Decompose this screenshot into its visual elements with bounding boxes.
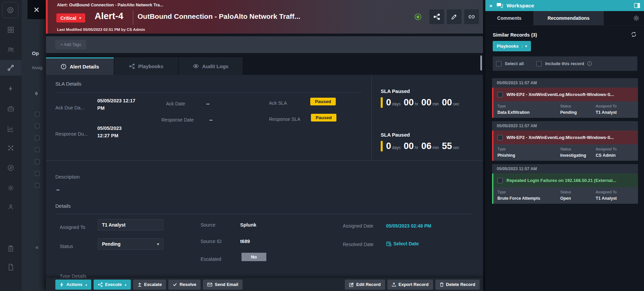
workspace-sidebar: » Workspace Comments Recommendations Sim… (485, 0, 644, 291)
record-title[interactable]: WIN-EP2 - XmlWinEventLog:Microsoft-Windo… (506, 92, 614, 97)
caret-up-icon: ▴ (125, 283, 126, 286)
background-page: Op Assig 6 « (21, 0, 46, 291)
tab-label: Playbooks (138, 63, 163, 69)
record-checkbox[interactable] (497, 135, 503, 140)
ack-due-date-label: Ack Due Da... (55, 105, 84, 110)
connections-icon[interactable] (0, 60, 21, 76)
export-record-button[interactable]: Export Record (387, 280, 433, 290)
record-type: Data Exfiltration (497, 110, 530, 115)
similar-records-heading: Similar Records (3) (493, 32, 537, 38)
resolved-date-select[interactable]: Select Date (386, 241, 419, 246)
chart-icon[interactable] (0, 121, 21, 137)
assigned-to-input[interactable]: T1 Analyst (98, 219, 163, 231)
background-label-fragment: Assig (32, 65, 43, 70)
dashboard-icon[interactable] (0, 22, 21, 38)
escalate-button[interactable]: Escalate (133, 280, 166, 290)
similar-records-list: 05/05/2023 11:57 AM WIN-EP2 - XmlWinEven… (492, 78, 638, 207)
record-assigned: T1 Analyst (596, 110, 617, 115)
record-status: Investigating (560, 153, 586, 158)
tab-audit-logs[interactable]: Audit Logs (179, 57, 243, 75)
apps-grid-icon[interactable] (0, 140, 21, 156)
assigned-date-value[interactable]: 05/05/2023 02:48 PM (386, 223, 431, 229)
workspace-tabs: Comments Recommendations (485, 11, 644, 26)
tab-recommendations[interactable]: Recommendations (533, 11, 604, 25)
background-count-fragment: 6 (35, 91, 38, 96)
status-select[interactable]: Pending ▾ (98, 238, 163, 250)
description-heading: Description (55, 174, 80, 180)
response-due-date-label: Response Du... (55, 131, 88, 137)
source-label: Source (201, 222, 215, 228)
similar-record-card[interactable]: 05/05/2023 11:57 AM Repeated Login Failu… (492, 164, 638, 204)
resolve-button[interactable]: Resolve (168, 280, 201, 290)
edit-record-button[interactable]: Edit Record (345, 280, 385, 290)
clipboard-icon[interactable] (0, 241, 21, 256)
sla-section-heading: SLA Details (55, 81, 82, 87)
details-section-heading: Details (55, 203, 71, 209)
select-all-label: Select all (505, 61, 524, 66)
record-timestamp: 05/05/2023 11:57 AM (492, 78, 638, 88)
include-record-checkbox[interactable] (536, 61, 542, 66)
background-checkbox (35, 159, 40, 164)
caret-down-icon: ▾ (79, 16, 81, 20)
link-button[interactable] (464, 9, 479, 24)
record-checkbox[interactable] (497, 92, 503, 97)
workspace-header: » Workspace (485, 0, 644, 11)
alert-details-content: SLA Details Ack Due Da... 05/05/2023 12:… (46, 75, 483, 278)
tab-label: Audit Logs (202, 63, 228, 69)
edit-icon (349, 282, 354, 287)
record-status: Pending (560, 110, 577, 115)
select-all-checkbox[interactable] (496, 61, 501, 66)
sla-paused-heading: SLA Paused (381, 88, 481, 94)
refresh-icon[interactable] (631, 32, 637, 37)
close-button[interactable] (28, 0, 45, 19)
record-title[interactable]: Repeated Login Failures on 192.168.50.21… (506, 178, 616, 183)
status-label: Status (60, 244, 73, 249)
similar-record-card[interactable]: 05/05/2023 11:57 AM WIN-EP2 - XmlWinEven… (492, 121, 638, 161)
playbooks-dropdown-button[interactable]: Playbooks ▾ (493, 41, 531, 51)
include-record-label: Include this record (545, 61, 584, 66)
info-icon[interactable] (587, 61, 592, 66)
detail-tabs: Alert Details Playbooks Audit Logs (46, 57, 483, 75)
calendar-icon (386, 241, 391, 246)
document-icon[interactable] (0, 259, 21, 275)
record-title[interactable]: WIN-EP2 - XmlWinEventLog:Microsoft-Windo… (506, 135, 614, 140)
compass-icon[interactable] (0, 160, 21, 176)
ack-sla-paused-badge: Paused (310, 98, 336, 105)
collapse-sidebar-icon[interactable]: » (489, 3, 492, 9)
record-type: Brute Force Attempts (497, 196, 540, 201)
modal-scrollbar[interactable] (480, 55, 482, 70)
tab-playbooks[interactable]: Playbooks (114, 57, 178, 75)
tab-comments[interactable]: Comments (485, 11, 533, 25)
team-icon[interactable] (0, 199, 21, 215)
gear-icon[interactable] (633, 15, 639, 21)
escalated-value-badge: No (241, 253, 266, 261)
briefcase-icon[interactable] (0, 101, 21, 116)
assigned-date-label: Assigned Date (343, 223, 373, 229)
severity-dropdown[interactable]: Critical ▾ (56, 13, 85, 22)
edit-button[interactable] (447, 9, 462, 24)
timer-accent-bar (381, 97, 383, 108)
divider (371, 75, 372, 160)
bolt-icon[interactable] (0, 81, 21, 96)
similar-record-card[interactable]: 05/05/2023 11:57 AM WIN-EP2 - XmlWinEven… (492, 78, 638, 118)
workspace-title: Workspace (506, 3, 534, 9)
eye-icon (193, 63, 199, 69)
caret-down-icon: ▾ (522, 44, 527, 48)
alert-detail-panel: Alert: OutBound Connection - PaloAlto Ne… (46, 0, 483, 291)
actions-dropdown-button[interactable]: Actions▴ (55, 280, 91, 290)
record-timestamp: 05/05/2023 11:57 AM (492, 164, 638, 174)
panel-layout-icon[interactable] (634, 3, 640, 8)
delete-record-button[interactable]: Delete Record (435, 280, 480, 290)
send-email-button[interactable]: Send Email (203, 280, 243, 290)
status-value: Pending (102, 241, 120, 247)
divider (55, 214, 473, 214)
execute-dropdown-button[interactable]: Execute▴ (94, 280, 130, 290)
record-checkbox[interactable] (497, 178, 503, 183)
add-tags-button[interactable]: + Add Tags (55, 40, 86, 49)
users-icon[interactable] (0, 42, 21, 57)
assigned-to-value: T1 Analyst (102, 222, 125, 228)
target-icon[interactable] (2, 2, 18, 18)
tab-alert-details[interactable]: Alert Details (46, 57, 114, 75)
settings-network-icon[interactable] (0, 180, 21, 196)
run-playbook-button[interactable] (429, 9, 444, 24)
